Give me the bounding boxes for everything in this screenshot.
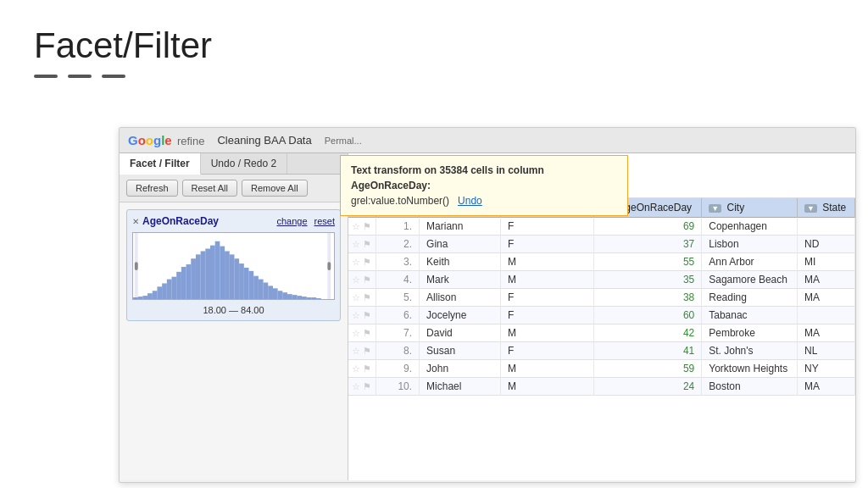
app-header: Google refine Cleaning BAA Data Permal..… [120,128,855,153]
row-actions-cell: ☆ ⚑ [348,360,376,378]
facet-panel: ✕ AgeOnRaceDay change reset [126,209,341,321]
row-gender: F [501,307,594,324]
table-row: ☆ ⚑ 10. Michael M 24 Boston MA [348,378,855,396]
col-state-filter[interactable]: ▼ [804,204,817,213]
button-bar: Refresh Reset All Remove All [120,175,348,202]
star-icon[interactable]: ☆ [352,346,360,356]
row-actions-cell: ☆ ⚑ [348,271,376,289]
col-city[interactable]: ▼ City [702,198,798,218]
facet-close-button[interactable]: ✕ [132,217,139,226]
row-city: Reading [702,289,798,307]
row-age: 60 [593,307,701,324]
flag-icon[interactable]: ⚑ [363,292,371,302]
notification-undo[interactable]: Undo [458,195,482,207]
table-body: ☆ ⚑ 1. Mariann F 69 Copenhagen ☆ ⚑ 2. Gi… [348,218,855,396]
row-number: 6. [376,307,420,324]
svg-rect-5 [157,286,162,299]
svg-rect-18 [220,247,225,299]
reset-all-button[interactable]: Reset All [182,180,237,197]
histogram-container [132,232,335,300]
row-firstname: David [420,324,501,342]
row-gender: F [501,218,594,236]
star-icon[interactable]: ☆ [352,239,360,249]
flag-icon[interactable]: ⚑ [363,257,371,267]
facet-reset-link[interactable]: reset [314,216,335,226]
col-city-label: City [727,202,745,214]
project-name: Cleaning BAA Data [217,134,311,147]
row-actions-cell: ☆ ⚑ [348,289,376,307]
permalink[interactable]: Permal... [325,136,362,146]
svg-rect-1 [138,297,143,299]
row-state: NY [797,360,854,378]
svg-rect-20 [230,254,235,299]
flag-icon[interactable]: ⚑ [363,221,371,231]
svg-rect-12 [191,258,196,299]
star-icon[interactable]: ☆ [352,310,360,320]
star-icon[interactable]: ☆ [352,363,360,374]
svg-rect-32 [287,294,292,299]
row-state: MA [797,271,854,289]
flag-icon[interactable]: ⚑ [363,363,371,374]
flag-icon[interactable]: ⚑ [363,239,371,249]
star-icon[interactable]: ☆ [352,257,360,267]
refresh-button[interactable]: Refresh [126,180,178,197]
row-number: 4. [376,271,420,289]
table-row: ☆ ⚑ 4. Mark M 35 Sagamore Beach MA [348,271,855,289]
row-number: 7. [376,324,420,342]
svg-rect-15 [205,249,210,299]
notification-text: Text transform on 35384 cells in column … [351,164,544,191]
row-city: Sagamore Beach [702,271,798,289]
svg-rect-29 [273,288,278,299]
row-actions-cell: ☆ ⚑ [348,236,376,253]
svg-rect-6 [162,283,167,299]
row-number: 3. [376,253,420,271]
remove-all-button[interactable]: Remove All [242,180,308,197]
row-gender: M [501,360,594,378]
row-city: St. John's [702,342,798,360]
row-gender: F [501,342,594,360]
facet-change-link[interactable]: change [276,216,307,226]
tab-undo-redo[interactable]: Undo / Redo 2 [201,153,287,174]
svg-rect-35 [302,297,307,299]
row-age: 69 [593,218,701,236]
svg-rect-36 [307,297,312,299]
row-age: 35 [593,271,701,289]
histogram-chart [133,233,334,299]
row-actions-cell: ☆ ⚑ [348,253,376,271]
table-row: ☆ ⚑ 1. Mariann F 69 Copenhagen [348,218,855,236]
row-state [797,218,854,236]
star-icon[interactable]: ☆ [352,274,360,285]
row-state: NL [797,342,854,360]
table-row: ☆ ⚑ 7. David M 42 Pembroke MA [348,324,855,342]
row-city: Tabanac [702,307,798,324]
flag-icon[interactable]: ⚑ [363,328,371,338]
star-icon[interactable]: ☆ [352,328,360,338]
col-state[interactable]: ▼ State [797,198,854,218]
col-city-filter[interactable]: ▼ [709,204,721,213]
svg-rect-28 [268,286,273,299]
page-title: Facet/Filter [0,0,868,75]
row-firstname: Keith [420,253,501,271]
flag-icon[interactable]: ⚑ [363,381,371,391]
row-actions-cell: ☆ ⚑ [348,307,376,324]
svg-rect-38 [316,298,321,299]
row-age: 37 [593,236,701,253]
facet-actions: change reset [276,216,335,226]
tab-facet-filter[interactable]: Facet / Filter [120,153,201,175]
app-logo-refine: refine [177,135,205,147]
facet-header: ✕ AgeOnRaceDay change reset [132,215,335,227]
star-icon[interactable]: ☆ [352,381,360,391]
flag-icon[interactable]: ⚑ [363,310,371,320]
table-row: ☆ ⚑ 6. Jocelyne F 60 Tabanac [348,307,855,324]
row-number: 5. [376,289,420,307]
star-icon[interactable]: ☆ [352,292,360,302]
svg-rect-16 [210,246,215,299]
tab-bar: Facet / Filter Undo / Redo 2 [120,153,348,175]
row-age: 55 [593,253,701,271]
flag-icon[interactable]: ⚑ [363,274,371,285]
row-city: Copenhagen [702,218,798,236]
flag-icon[interactable]: ⚑ [363,346,371,356]
row-firstname: Susan [420,342,501,360]
left-panel: Facet / Filter Undo / Redo 2 Refresh Res… [120,153,348,480]
star-icon[interactable]: ☆ [352,221,360,231]
